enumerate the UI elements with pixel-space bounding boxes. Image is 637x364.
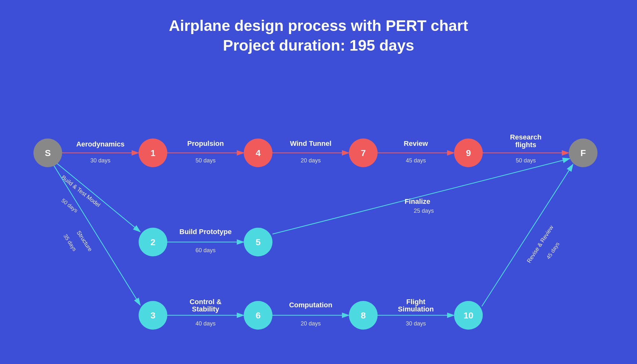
node-4: 4	[244, 139, 272, 167]
title-section: Airplane design process with PERT chart …	[0, 0, 637, 56]
edge-days-7-9: 45 days	[406, 157, 426, 164]
edge-days-10-f: 45 days	[545, 241, 561, 260]
svg-text:8: 8	[361, 310, 366, 320]
node-1: 1	[139, 139, 167, 167]
edge-label-propulsion: Propulsion	[187, 139, 224, 147]
edge-days-3-6: 40 days	[195, 320, 215, 327]
edge-days-s-3: 35 days	[62, 233, 77, 252]
edge-label-structure: Structure	[76, 230, 94, 253]
edge-days-s-1: 30 days	[90, 157, 110, 164]
edge-label-research-flights: Research	[510, 133, 541, 141]
svg-text:4: 4	[256, 148, 261, 158]
node-s: S	[33, 139, 62, 167]
edge-days-s-2: 50 days	[60, 197, 79, 214]
svg-text:S: S	[45, 148, 51, 158]
edge-label-computation: Computation	[289, 301, 332, 309]
svg-text:5: 5	[256, 237, 261, 247]
edge-label-research-flights-2: flights	[515, 141, 536, 149]
svg-text:10: 10	[463, 310, 473, 320]
svg-text:F: F	[580, 148, 586, 158]
edge-label-flight-sim-1: Flight	[406, 298, 426, 306]
node-6: 6	[244, 301, 272, 330]
edge-days-6-8: 20 days	[300, 320, 321, 327]
edge-10-f	[482, 164, 573, 306]
node-2: 2	[139, 228, 167, 256]
chart-container: Aerodynamics 30 days Propulsion 50 days …	[0, 64, 637, 350]
edge-label-aerodynamics: Aerodynamics	[76, 140, 125, 148]
svg-text:1: 1	[150, 148, 156, 158]
edge-days-4-7: 20 days	[300, 157, 321, 164]
pert-chart: Aerodynamics 30 days Propulsion 50 days …	[0, 64, 637, 350]
node-3: 3	[139, 301, 167, 330]
edge-days-1-4: 50 days	[195, 157, 215, 164]
svg-text:2: 2	[150, 237, 156, 247]
edge-days-5-f: 25 days	[414, 208, 434, 214]
edge-s-2	[56, 162, 140, 232]
node-5: 5	[244, 228, 272, 256]
edge-days-2-5: 60 days	[195, 247, 215, 253]
node-f: F	[569, 139, 597, 167]
svg-text:6: 6	[256, 310, 261, 320]
svg-text:3: 3	[150, 310, 156, 320]
edge-days-9-f: 50 days	[516, 157, 536, 164]
node-10: 10	[454, 301, 483, 330]
edge-label-control-1: Control &	[190, 298, 221, 306]
edge-5-f	[272, 159, 570, 234]
chart-title: Airplane design process with PERT chart …	[0, 16, 637, 56]
edge-label-review: Review	[404, 139, 428, 147]
svg-text:7: 7	[361, 148, 366, 158]
edge-label-wind-tunnel: Wind Tunnel	[290, 139, 331, 147]
edge-label-build-prototype: Build Prototype	[179, 228, 232, 236]
svg-text:9: 9	[466, 148, 471, 158]
edge-days-8-10: 30 days	[406, 320, 426, 327]
node-7: 7	[349, 139, 378, 167]
edge-label-flight-sim-2: Simulation	[398, 305, 434, 313]
node-9: 9	[454, 139, 483, 167]
node-8: 8	[349, 301, 378, 330]
edge-label-finalize: Finalize	[405, 197, 431, 205]
edge-label-control-2: Stability	[192, 305, 219, 313]
